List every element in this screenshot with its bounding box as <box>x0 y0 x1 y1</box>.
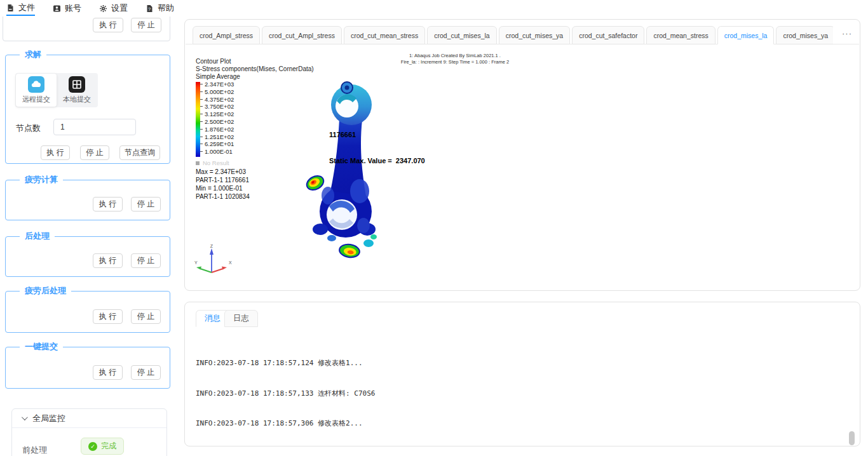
menu-item-label: 账号 <box>65 3 81 14</box>
remote-submit-tile[interactable]: 远程提交 <box>16 74 57 107</box>
stop-button[interactable]: 停 止 <box>131 253 161 268</box>
node-count-label: 节点数 <box>16 123 41 134</box>
local-submit-tile[interactable]: 本地提交 <box>57 74 97 107</box>
stop-button[interactable]: 停 止 <box>131 18 161 32</box>
legend-value: 1.876E+02 <box>205 127 234 132</box>
help-icon: ? <box>146 4 154 13</box>
one-click-submit-panel: 一键提交 执 行 停 止 <box>5 347 170 389</box>
stat-line: Min = 1.000E-01 <box>196 184 250 192</box>
menu-bar: 文件 账号 设置 ? 帮助 <box>0 0 868 17</box>
plot-title: 1: Abaqus Job Created By SimLab 2021.1 .… <box>376 53 534 65</box>
global-monitor-panel: 全局监控 前处理 ✓ 完成 <box>11 408 167 456</box>
local-submit-label: 本地提交 <box>63 95 91 104</box>
solve-panel: 求解 远程提交 本地提交 节点数 执 行 停 止 节点查询 <box>5 55 170 164</box>
no-result-swatch <box>196 161 200 165</box>
annotation-node-id: 1176661 <box>329 131 425 140</box>
menu-item-label: 帮助 <box>158 3 174 14</box>
plot-title-line2: Fire_la: : Increment 9: Step Time = 1.00… <box>376 59 534 65</box>
stop-button[interactable]: 停 止 <box>131 309 161 324</box>
no-result-label: No Result <box>203 159 229 166</box>
log-line: INFO:2023-07-18 17:18:57,124 修改表格1... <box>196 358 841 368</box>
menu-item-account[interactable]: 账号 <box>53 1 81 16</box>
fatigue-calc-panel: 疲劳计算 执 行 停 止 <box>5 180 170 220</box>
execute-button[interactable]: 执 行 <box>93 18 123 32</box>
console-scrollbar-thumb[interactable] <box>849 431 855 445</box>
execute-button[interactable]: 执 行 <box>93 197 123 211</box>
result-viewer-panel: crod_Ampl_stress crod_cut_Ampl_stress cr… <box>184 19 860 291</box>
orientation-triad: Z Y X <box>193 243 233 279</box>
check-circle-icon: ✓ <box>88 442 97 451</box>
global-monitor-title: 全局监控 <box>32 413 65 424</box>
log-line: INFO:2023-07-18 17:18:57,133 连杆材料: C70S6 <box>196 389 841 399</box>
legend-value: 3.750E+02 <box>205 104 234 109</box>
max-value-annotation: 1176661 Static Max. Value = 2347.070 <box>329 114 425 182</box>
tab-crod-mises-la[interactable]: crod_mises_la <box>717 26 775 44</box>
status-badge-label: 完成 <box>101 441 116 452</box>
postprocess-panel: 后处理 执 行 停 止 <box>5 236 170 277</box>
menu-item-help[interactable]: ? 帮助 <box>146 1 174 16</box>
tab-crod-mises-ya[interactable]: crod_mises_ya <box>776 26 833 44</box>
status-badge: ✓ 完成 <box>81 438 124 455</box>
file-icon <box>6 4 15 12</box>
axis-y-label: Y <box>194 260 198 265</box>
execute-button[interactable]: 执 行 <box>93 365 123 380</box>
account-icon <box>53 4 61 13</box>
legend-value: 2.347E+03 <box>205 82 234 87</box>
min-max-stats: Max = 2.347E+03 PART-1-1 1176661 Min = 1… <box>196 168 250 201</box>
tab-crod-mean-stress[interactable]: crod_mean_stress <box>646 26 715 44</box>
legend-value: 3.125E+02 <box>205 112 234 117</box>
execute-button[interactable]: 执 行 <box>41 145 70 160</box>
menu-item-file[interactable]: 文件 <box>6 1 35 16</box>
legend-title-line: Contour Plot <box>196 58 314 65</box>
tab-crod-cut-ampl-stress[interactable]: crod_cut_Ampl_stress <box>262 26 342 44</box>
more-tabs-button[interactable]: ··· <box>842 29 852 38</box>
preprocess-status-label: 前处理 <box>22 445 47 456</box>
remote-submit-label: 远程提交 <box>22 95 50 104</box>
submit-mode-toggle: 远程提交 本地提交 <box>15 73 98 107</box>
panel-title: 后处理 <box>20 231 55 241</box>
stat-line: Max = 2.347E+03 <box>196 168 250 176</box>
panel-title: 求解 <box>20 50 46 60</box>
panel-title: 疲劳后处理 <box>20 286 71 296</box>
result-tabstrip: crod_Ampl_stress crod_cut_Ampl_stress cr… <box>193 26 833 44</box>
legend-value: 5.000E+02 <box>205 90 234 95</box>
node-query-button[interactable]: 节点查询 <box>119 145 160 160</box>
no-result-row: No Result <box>196 159 229 166</box>
legend-value: 1.251E+02 <box>205 135 234 140</box>
tab-crod-cut-mises-ya[interactable]: crod_cut_mises_ya <box>499 26 570 44</box>
axis-z-label: Z <box>210 244 214 248</box>
log-line: INFO:2023-07-18 17:18:57,306 修改表格2... <box>196 419 841 429</box>
panel-title: 疲劳计算 <box>20 175 63 185</box>
menu-item-settings[interactable]: 设置 <box>99 1 128 16</box>
log-output: INFO:2023-07-18 17:18:57,124 修改表格1... IN… <box>196 338 841 441</box>
menu-item-label: 文件 <box>18 2 35 13</box>
menu-item-label: 设置 <box>111 3 128 14</box>
stat-line: PART-1-1 1176661 <box>196 176 250 184</box>
legend-value: 6.259E+01 <box>205 142 234 147</box>
sidebar: 执 行 停 止 求解 远程提交 本地提交 节点数 执 行 停 止 节点查询 疲劳… <box>0 0 178 456</box>
grid-icon <box>69 76 85 93</box>
stop-button[interactable]: 停 止 <box>131 197 161 211</box>
global-monitor-header[interactable]: 全局监控 <box>12 409 166 428</box>
tab-crod-cut-mises-la[interactable]: crod_cut_mises_la <box>427 26 497 44</box>
stop-button[interactable]: 停 止 <box>131 365 161 380</box>
axis-x-label: X <box>229 260 232 265</box>
tab-crod-cut-safefactor[interactable]: crod_cut_safefactor <box>572 26 644 44</box>
node-count-input[interactable] <box>53 119 136 135</box>
execute-button[interactable]: 执 行 <box>93 309 123 324</box>
tab-crod-ampl-stress[interactable]: crod_Ampl_stress <box>193 26 260 44</box>
fatigue-postprocess-panel: 疲劳后处理 执 行 停 止 <box>5 291 170 333</box>
tab-crod-cut-mean-stress[interactable]: crod_cut_mean_stress <box>344 26 425 44</box>
tab-log[interactable]: 日志 <box>224 310 258 327</box>
panel-title: 一键提交 <box>20 342 63 352</box>
color-gradient-bar <box>196 82 200 157</box>
cloud-icon <box>28 76 44 93</box>
svg-text:?: ? <box>148 6 151 11</box>
legend-value: 4.375E+02 <box>205 97 234 102</box>
stop-button[interactable]: 停 止 <box>80 145 109 160</box>
stat-line: PART-1-1 1020834 <box>196 192 250 201</box>
execute-button[interactable]: 执 行 <box>93 253 123 268</box>
settings-icon <box>99 4 107 13</box>
legend-value: 1.000E-01 <box>205 149 233 154</box>
chevron-down-icon <box>22 414 28 420</box>
